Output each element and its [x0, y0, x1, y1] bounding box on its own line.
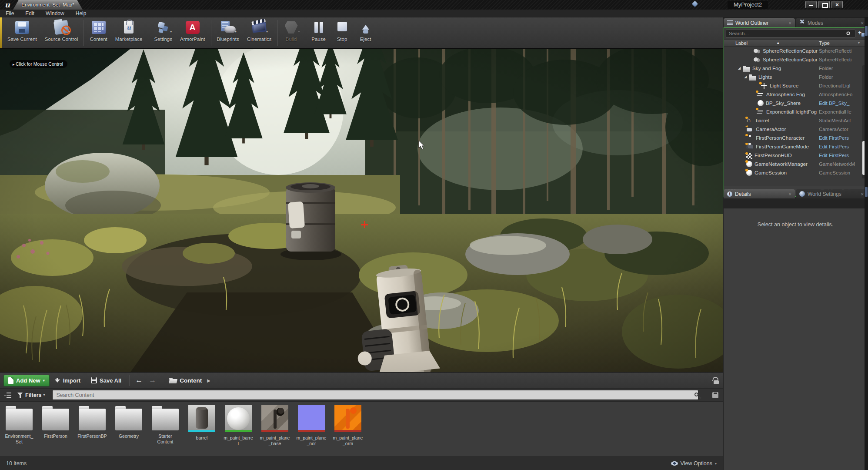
expander-icon[interactable]: ◢	[738, 64, 743, 73]
minimize-button[interactable]	[805, 1, 817, 8]
asset-tile[interactable]: Geometry	[113, 405, 144, 439]
close-tab-icon[interactable]: ×	[789, 20, 791, 26]
sources-panel-icon[interactable]	[4, 392, 11, 398]
actor-type[interactable]: Edit FirstPers	[819, 144, 861, 149]
content-search-input[interactable]	[52, 390, 698, 400]
save-current-button[interactable]: Save Current	[3, 17, 41, 48]
menu-item[interactable]: Help	[70, 10, 92, 17]
tab-details[interactable]: i Details ×	[724, 189, 795, 198]
column-label[interactable]: Label	[724, 40, 748, 46]
view-options-button[interactable]: View Options ▾	[671, 460, 717, 467]
tab-modes[interactable]: Modes ×	[796, 18, 867, 27]
toolbar-separator	[211, 20, 211, 46]
actor-type[interactable]: Edit FirstPers	[819, 135, 861, 141]
outliner-row[interactable]: barrel StaticMeshAct	[724, 116, 867, 125]
pause-button[interactable]: Pause	[307, 17, 331, 48]
chevron-down-icon[interactable]: ▼	[857, 41, 861, 45]
lock-icon[interactable]	[713, 377, 719, 384]
close-tab-icon[interactable]: ×	[861, 20, 864, 26]
game-viewport[interactable]: Click for Mouse Control	[0, 49, 723, 372]
restore-button[interactable]	[818, 1, 830, 8]
source-control-button[interactable]: ▾ Source Control	[41, 17, 82, 48]
forward-button[interactable]: →	[146, 376, 159, 385]
asset-tile[interactable]: m_paint_plane_base	[259, 405, 290, 446]
column-type[interactable]: Type	[819, 40, 830, 46]
outliner-row[interactable]: FirstPersonCharacter Edit FirstPers	[724, 134, 867, 142]
close-button[interactable]: ×	[831, 1, 843, 8]
outliner-row[interactable]: CameraActor CameraActor	[724, 125, 867, 134]
save-search-icon[interactable]	[712, 392, 718, 398]
cinematics-button[interactable]: ▾ Cinematics	[243, 17, 276, 48]
actor-type[interactable]: AtmosphericFo	[819, 92, 861, 97]
outliner-row[interactable]: GameSession GameSession	[724, 168, 867, 177]
actor-type[interactable]: CameraActor	[819, 127, 861, 132]
tab-world-settings[interactable]: World Settings ×	[796, 189, 867, 198]
breadcrumb-arrow-icon[interactable]: ▶	[207, 378, 210, 383]
asset-tile[interactable]: Environment_Set	[3, 405, 35, 444]
actor-type[interactable]: Edit BP_Sky_	[819, 101, 861, 106]
asset-label: Starter Content	[150, 433, 180, 444]
menu-item[interactable]: Edit	[20, 10, 40, 17]
outliner-row[interactable]: BP_Sky_Shere Edit BP_Sky_	[724, 99, 867, 107]
actor-type[interactable]: SphereReflecti	[819, 48, 861, 54]
outliner-row[interactable]: GameNetworkManager GameNetworkM	[724, 160, 867, 168]
folder-open-icon	[169, 378, 177, 383]
build-icon: ▾	[284, 20, 299, 35]
outliner-row[interactable]: FirstPersonHUD Edit FirstPers	[724, 151, 867, 160]
outliner-row[interactable]: SphereReflectionCaptur SphereReflecti	[724, 55, 867, 64]
asset-tile[interactable]: m_paint_plane_orm	[332, 405, 364, 446]
camera-icon	[746, 126, 754, 133]
save-all-button[interactable]: Save All	[86, 375, 127, 386]
actor-type[interactable]: ExponentialHe	[819, 109, 861, 114]
outliner-search-input[interactable]	[726, 30, 855, 38]
outliner-row[interactable]: SphereReflectionCaptur SphereReflecti	[724, 47, 867, 55]
back-button[interactable]: ←	[132, 376, 146, 385]
outliner-row[interactable]: Atmospheric Fog AtmosphericFo	[724, 90, 867, 99]
actor-type[interactable]: Edit FirstPers	[819, 153, 861, 158]
asset-tile[interactable]: Starter Content	[150, 405, 181, 444]
actor-type[interactable]: StaticMeshAct	[819, 118, 861, 123]
asset-tile[interactable]: m_paint_barrel	[223, 405, 254, 446]
stop-button[interactable]: Stop	[331, 17, 354, 48]
docked-tab-chip[interactable]	[865, 187, 868, 197]
actor-type[interactable]: GameSession	[819, 170, 861, 175]
actor-type[interactable]: Folder	[819, 74, 861, 80]
close-tab-icon[interactable]: ×	[789, 191, 791, 197]
actor-type[interactable]: Folder	[819, 66, 861, 71]
search-icon	[694, 393, 698, 396]
breadcrumb-content[interactable]: Content	[180, 377, 202, 384]
tab-world-outliner[interactable]: World Outliner ×	[724, 18, 795, 27]
close-tab-icon[interactable]: ×	[861, 191, 864, 197]
docked-tab-chip[interactable]	[865, 26, 868, 36]
outliner-row[interactable]: FirstPersonGameMode Edit FirstPers	[724, 142, 867, 151]
mouse-control-hint[interactable]: Click for Mouse Control	[10, 60, 67, 68]
level-tab[interactable]: Environment_Set_Map*	[13, 0, 83, 10]
expander-icon[interactable]: ◢	[744, 73, 749, 81]
outliner-row[interactable]: ◢ Sky and Fog Folder	[724, 64, 867, 73]
asset-tile[interactable]: FirstPerson	[40, 405, 71, 439]
outliner-row[interactable]: ◢ Lights Folder	[724, 73, 867, 81]
create-actor-icon[interactable]	[858, 30, 865, 37]
modes-tools-icon	[799, 20, 805, 26]
blueprints-button[interactable]: ▾ Blueprints	[213, 17, 243, 48]
marketplace-button[interactable]: Marketplace	[111, 17, 147, 48]
menu-item[interactable]: File	[0, 10, 20, 17]
outliner-row[interactable]: Light Source DirectionalLigl	[724, 81, 867, 90]
outliner-column-header[interactable]: Label ▲ Type ▼	[724, 39, 867, 47]
outliner-row[interactable]: ExponentialHeightFog ExponentialHe	[724, 107, 867, 116]
import-button[interactable]: Import	[50, 375, 86, 386]
armorpaint-button[interactable]: ArmorPaint	[176, 17, 209, 48]
actor-type[interactable]: DirectionalLigl	[819, 83, 861, 88]
actor-type[interactable]: SphereReflecti	[819, 57, 861, 62]
asset-tile[interactable]: FirstPersonBP	[77, 405, 108, 439]
actor-type[interactable]: GameNetworkM	[819, 161, 861, 167]
menu-item[interactable]: Window	[40, 10, 70, 17]
add-new-button[interactable]: Add New ▾	[3, 375, 50, 386]
filters-button[interactable]: Filters	[25, 392, 42, 398]
eject-button[interactable]: Eject	[354, 17, 377, 48]
asset-label: FirstPerson	[44, 433, 67, 439]
asset-tile[interactable]: barrel	[186, 405, 217, 441]
settings-button[interactable]: ▾ Settings	[150, 17, 176, 48]
content-button[interactable]: Content	[86, 17, 111, 48]
asset-tile[interactable]: m_paint_plane_nor	[296, 405, 327, 446]
